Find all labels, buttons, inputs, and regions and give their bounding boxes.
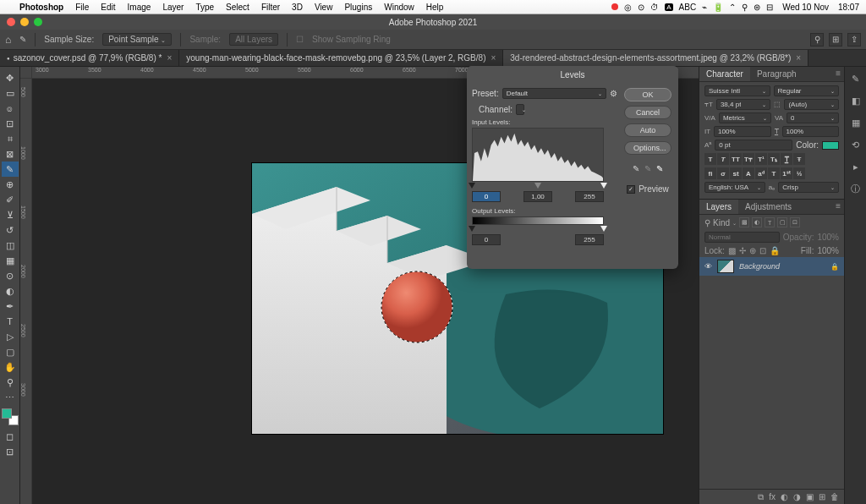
italic-button[interactable]: T [717,153,729,165]
output-slider[interactable] [472,226,604,233]
lasso-tool[interactable]: ⌾ [2,101,19,116]
gradient-tool[interactable]: ▦ [2,253,19,268]
shape-tool[interactable]: ▢ [2,344,19,359]
tab-layers[interactable]: Layers [699,200,738,214]
marquee-tool[interactable]: ▭ [2,85,19,101]
close-tab-icon[interactable]: × [167,53,172,63]
visibility-icon[interactable]: 👁 [704,262,712,271]
quickmask-tool[interactable]: ◻ [2,429,19,444]
document-tab[interactable]: young-man-wearing-black-face-mask-remove… [179,50,503,66]
status-icon-1[interactable]: ◎ [624,3,632,12]
underline-button[interactable]: T̲ [781,153,792,165]
lock-position-icon[interactable]: ✢ [739,246,746,255]
eraser-tool[interactable]: ◫ [2,238,19,253]
menu-plugins[interactable]: Plugins [338,3,378,12]
app-menu[interactable]: Photoshop [14,3,69,12]
link-icon[interactable]: ⧉ [758,492,764,502]
status-icon-clock[interactable]: ⏱ [650,3,659,12]
black-eyedropper-icon[interactable]: ✎ [633,164,639,173]
search-icon[interactable]: ⚲ [742,3,748,12]
dialog-title[interactable]: Levels [467,66,678,83]
cancel-button[interactable]: Cancel [624,106,671,119]
levels-dialog[interactable]: Levels Preset: Default⌄ ⚙ Channel: RGB⌄ … [467,66,678,269]
ok-button[interactable]: OK [624,88,671,101]
panel-brushes-icon[interactable]: ✎ [849,72,863,85]
clock-time[interactable]: 18:07 [838,3,859,12]
input-lang[interactable]: ABC [679,3,697,12]
menu-help[interactable]: Help [420,3,450,12]
lock-move-icon[interactable]: ⊕ [749,246,756,255]
ot-sigma[interactable]: σ [717,167,729,179]
lock-pixels-icon[interactable]: ▩ [728,246,736,255]
object-select-tool[interactable]: ⊡ [2,116,19,131]
subscript-button[interactable]: T₁ [768,153,780,165]
filter-pixel-icon[interactable]: ▩ [739,217,749,227]
black-point-handle[interactable] [469,183,475,189]
input-mid-field[interactable]: 1,00 [523,191,552,202]
leading-input[interactable]: (Auto)⌄ [784,99,839,110]
edit-toolbar[interactable]: ⋯ [2,390,19,405]
hscale-input[interactable]: 100% [782,126,839,137]
wifi-icon[interactable]: ⌃ [729,3,736,12]
white-point-handle[interactable] [600,183,607,189]
zoom-tool[interactable]: ⚲ [2,375,19,390]
bluetooth-icon[interactable]: ⌁ [702,3,707,12]
ot-A[interactable]: A [743,167,754,179]
menu-window[interactable]: Window [378,3,420,12]
kerning-select[interactable]: Metrics⌄ [719,112,771,123]
menu-type[interactable]: Type [189,3,220,12]
crop-tool[interactable]: ⌗ [2,131,19,146]
vscale-input[interactable]: 100% [714,126,770,137]
color-swatches[interactable] [2,408,19,425]
foreground-color[interactable] [2,408,12,419]
screenmode-tool[interactable]: ⊡ [2,444,19,459]
panel-color-icon[interactable]: ◧ [849,94,863,107]
layer-name[interactable]: Background [739,262,825,271]
menu-select[interactable]: Select [220,3,255,12]
superscript-button[interactable]: T¹ [755,153,767,165]
auto-button[interactable]: Auto [624,123,671,137]
eyedropper-tool[interactable]: ✎ [2,162,19,177]
font-size-input[interactable]: 38,4 pt⌄ [716,99,771,110]
menu-edit[interactable]: Edit [95,3,121,12]
input-white-field[interactable]: 255 [575,191,604,202]
mid-point-handle[interactable] [534,183,541,189]
white-eyedropper-icon[interactable]: ✎ [656,164,663,173]
gray-eyedropper-icon[interactable]: ✎ [644,164,651,173]
ot-T[interactable]: T [768,167,780,179]
mask-icon[interactable]: ◐ [781,492,788,501]
ot-fi[interactable]: fi [704,167,716,179]
tab-character[interactable]: Character [699,67,750,81]
output-white-field[interactable]: 255 [575,234,604,245]
preview-checkbox[interactable]: ✓ [627,185,635,194]
output-black-field[interactable]: 0 [472,234,501,245]
lock-artboard-icon[interactable]: ⊡ [759,246,766,255]
text-color-swatch[interactable] [822,141,839,150]
menu-layer[interactable]: Layer [156,3,189,12]
preset-select[interactable]: Default⌄ [502,88,606,99]
filter-type-icon[interactable]: T [765,217,775,227]
document-tab[interactable]: 3d-rendered-abstract-design-elements-ass… [503,50,808,66]
panel-history-icon[interactable]: ⟲ [849,138,863,151]
channel-select[interactable]: RGB⌄ [516,104,524,115]
history-brush-tool[interactable]: ↺ [2,222,19,238]
clock-date[interactable]: Wed 10 Nov [782,3,829,12]
ot-ad[interactable]: aᵈ [755,167,767,179]
document-tab[interactable]: ●sazonov_cover.psd @ 77,9% (RGB/8) *× [0,50,179,66]
allcaps-button[interactable]: TT [730,153,742,165]
baseline-input[interactable]: 0 pt [715,140,792,151]
filter-smart-icon[interactable]: ⊡ [790,217,800,227]
out-white-handle[interactable] [600,226,607,232]
smallcaps-button[interactable]: Tᴛ [743,153,754,165]
language-select[interactable]: English: USA⌄ [704,182,765,193]
ot-st[interactable]: st [730,167,742,179]
workspace-icon[interactable]: ⊞ [829,33,842,47]
path-select-tool[interactable]: ▷ [2,329,19,344]
panel-info-icon[interactable]: ⓘ [849,182,863,195]
new-layer-icon[interactable]: ⊞ [819,492,825,501]
window-titlebar[interactable]: Adobe Photoshop 2021 [0,14,866,30]
frame-tool[interactable]: ⊠ [2,146,19,162]
font-weight-select[interactable]: Regular⌄ [774,85,840,96]
blur-tool[interactable]: ⊙ [2,268,19,283]
input-lang-icon[interactable]: A [665,3,672,11]
